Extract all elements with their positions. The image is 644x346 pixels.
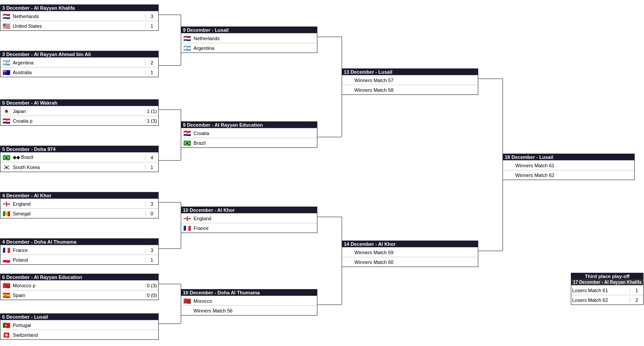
australia-name: Australia (12, 70, 145, 75)
croatia-name1: Croatia p (12, 118, 145, 124)
senegal-name: Senegal (12, 211, 145, 216)
third-place-block: Third place play-off 17 December - Al Ra… (571, 273, 644, 305)
senegal-flag: 🇸🇳 (2, 211, 11, 217)
qf3-row1: 🏴󠁧󠁢󠁥󠁮󠁧󠁿 England (181, 213, 317, 223)
qf3-header: 10 December - Al Khor (181, 207, 317, 213)
match1-header: 3 December - Al Rayyan Khalifa (0, 5, 158, 11)
match-portugal-switzerland: 6 December - Lusail 🇵🇹 Portugal 🇨🇭 Switz… (0, 313, 159, 340)
usa-flag: 🇺🇸 (2, 23, 11, 29)
sf2-flag2 (343, 259, 352, 265)
netherlands-score: 3 (145, 14, 158, 19)
match-morocco-spain: 6 December - Al Rayyan Education 🇲🇦 Moro… (0, 274, 159, 300)
match2-header: 3 December - Al Rayyan Ahmad bin Ali (0, 51, 158, 57)
qf3-flag2: 🇫🇷 (182, 225, 191, 231)
southkorea-flag: 🇰🇷 (2, 164, 11, 170)
connector-h-m8 (159, 323, 181, 324)
qf1-row1: 🇳🇱 Netherlands (181, 33, 317, 43)
morocco-score1: 0 (3) (145, 283, 158, 288)
qf2-row1: 🇭🇷 Croatia (181, 128, 317, 138)
england-score1: 3 (145, 201, 158, 207)
france-flag1: 🇫🇷 (2, 247, 11, 253)
japan-flag: 🇯🇵 (2, 108, 11, 114)
match-qf3: 10 December - Al Khor 🏴󠁧󠁢󠁥󠁮󠁧󠁿 England 🇫🇷… (181, 207, 317, 233)
match-japan-croatia: 5 December - Al Wakrah 🇯🇵 Japan 1 (1) 🇭🇷… (0, 99, 159, 126)
qf1-flag1: 🇳🇱 (182, 35, 191, 41)
connector-h-m1 (159, 15, 181, 15)
sf2-header: 14 December - Al Khor (342, 241, 478, 247)
japan-score: 1 (1) (145, 109, 158, 114)
sf1-flag2 (343, 87, 352, 93)
match7-header: 6 December - Al Rayyan Education (0, 274, 158, 280)
usa-name: United States (12, 23, 145, 29)
poland-score: 1 (145, 257, 158, 263)
final-team1: Winners Match 61 (514, 163, 621, 168)
match-france-poland: 4 December - Doha Al Thumama 🇫🇷 France 3… (0, 238, 159, 265)
sf1-team2: Winners Match 58 (354, 87, 465, 93)
qf2-row2: 🇧🇷 Brazil (181, 138, 317, 147)
connector-h-qf1 (317, 37, 342, 37)
portugal-flag: 🇵🇹 (2, 322, 11, 328)
match2-row2: 🇦🇺 Australia 1 (0, 67, 158, 77)
sf1-header: 13 December - Lusail (342, 69, 478, 75)
bracket-container: 3 December - Al Rayyan Khalifa 🇳🇱 Nether… (0, 0, 644, 346)
connector-h-sf1 (478, 79, 503, 79)
poland-name: Poland (12, 257, 145, 263)
match6-row2: 🇵🇱 Poland 1 (0, 255, 158, 264)
match-netherlands-usa: 3 December - Al Rayyan Khalifa 🇳🇱 Nether… (0, 4, 159, 31)
match4-row1: 🇧🇷 ◆◆ Brazil 4 (0, 152, 158, 162)
match-england-senegal: 4 December - Al Khor 🏴󠁧󠁢󠁥󠁮󠁧󠁿 England 3 🇸… (0, 192, 159, 218)
qf2-flag1: 🇭🇷 (182, 130, 191, 136)
argentina-score: 2 (145, 60, 158, 65)
france-name1: France (12, 248, 145, 253)
qf1-team1: Netherlands (193, 36, 304, 41)
qf1-flag2: 🇦🇷 (182, 45, 191, 51)
portugal-name: Portugal (12, 323, 145, 328)
connector-h-qf3 (317, 217, 342, 217)
qf4-header: 10 December - Doha Al Thumama (181, 290, 317, 296)
netherlands-name: Netherlands (12, 14, 145, 19)
third-team2: Losers Match 62 (571, 297, 630, 303)
third-team1: Losers Match 61 (571, 288, 630, 293)
sf2-team2: Winners Match 60 (354, 260, 465, 265)
switzerland-name: Switzerland (12, 332, 145, 338)
southkorea-score: 1 (145, 165, 158, 170)
argentina-flag: 🇦🇷 (2, 60, 11, 66)
connector-h-m7 (159, 284, 181, 284)
qf3-row2: 🇫🇷 France (181, 223, 317, 233)
senegal-score: 0 (145, 211, 158, 216)
qf4-flag2 (182, 308, 191, 314)
australia-score: 1 (145, 70, 158, 75)
qf4-row1: 🇲🇦 Morocco (181, 296, 317, 305)
match3-row2: 🇭🇷 Croatia p 1 (3) (0, 116, 158, 125)
australia-flag: 🇦🇺 (2, 69, 11, 75)
match5-header: 4 December - Al Khor (0, 192, 158, 199)
sf1-row2: Winners Match 58 (342, 85, 478, 94)
match5-row1: 🏴󠁧󠁢󠁥󠁮󠁧󠁿 England 3 (0, 199, 158, 208)
qf2-header: 9 December - Al Rayyan Education (181, 122, 317, 128)
japan-name: Japan (12, 109, 145, 114)
qf4-team1: Morocco (193, 298, 304, 304)
match-brazil-southkorea: 5 December - Doha 974 🇧🇷 ◆◆ Brazil 4 🇰🇷 … (0, 146, 159, 172)
netherlands-flag: 🇳🇱 (2, 13, 11, 19)
match4-row2: 🇰🇷 South Korea 1 (0, 162, 158, 172)
brazil-name1: ◆◆ Brazil (12, 154, 145, 160)
final-row1: Winners Match 61 (503, 160, 634, 170)
sf1-flag1 (343, 77, 352, 83)
match-qf2: 9 December - Al Rayyan Education 🇭🇷 Croa… (181, 121, 317, 148)
qf2-team1: Croatia (193, 131, 304, 136)
spain-name: Spain (12, 293, 145, 298)
third-score2: 2 (630, 297, 643, 303)
match2-row1: 🇦🇷 Argentina 2 (0, 57, 158, 67)
final-flag2 (504, 172, 513, 178)
match1-row2: 🇺🇸 United States 1 (0, 21, 158, 30)
match1-row1: 🇳🇱 Netherlands 3 (0, 11, 158, 21)
third-row2: Losers Match 62 2 (571, 295, 643, 305)
qf4-row2: Winners Match 56 (181, 305, 317, 315)
qf4-flag1: 🇲🇦 (182, 298, 191, 304)
connector-h-m5 (159, 202, 181, 203)
spain-score: 0 (0) (145, 293, 158, 298)
match-argentina-australia: 3 December - Al Rayyan Ahmad bin Ali 🇦🇷 … (0, 51, 159, 77)
france-score1: 3 (145, 248, 158, 253)
final-row2: Winners Match 62 (503, 170, 634, 180)
final-team2: Winners Match 62 (514, 173, 621, 178)
